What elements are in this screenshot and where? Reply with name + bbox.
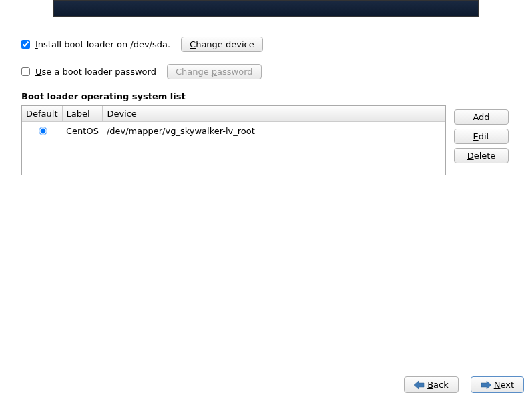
button-text: Change <box>176 67 212 77</box>
delete-button[interactable]: Delete <box>454 148 509 163</box>
arrow-left-icon <box>414 380 425 390</box>
mnemonic-letter: A <box>473 112 479 122</box>
os-list-table[interactable]: Default Label Device CentOS /dev/mapper/… <box>21 105 446 175</box>
add-button[interactable]: Add <box>454 109 509 125</box>
label-cell: CentOS <box>62 122 103 141</box>
device-cell: /dev/mapper/vg_skywalker-lv_root <box>103 122 445 141</box>
button-text: elete <box>474 151 496 161</box>
col-header-device[interactable]: Device <box>103 106 445 122</box>
header-banner <box>53 0 479 17</box>
change-password-button: Change password <box>167 64 262 79</box>
table-header-row: Default Label Device <box>22 106 445 122</box>
default-cell[interactable] <box>22 122 62 141</box>
col-header-default[interactable]: Default <box>22 106 62 122</box>
default-radio[interactable] <box>39 127 47 135</box>
table-row[interactable]: CentOS /dev/mapper/vg_skywalker-lv_root <box>22 122 445 141</box>
mnemonic-letter: B <box>427 380 433 390</box>
button-text: dd <box>479 112 490 122</box>
section-title: Boot loader operating system list <box>21 91 511 101</box>
use-password-checkbox[interactable] <box>21 67 30 76</box>
mnemonic-letter: E <box>473 131 478 141</box>
mnemonic-letter: p <box>212 67 217 77</box>
label-text: nstall boot loader on /dev/sda. <box>38 39 170 49</box>
mnemonic-letter: D <box>467 151 474 161</box>
button-text: ack <box>433 380 449 390</box>
button-text: dit <box>479 131 490 141</box>
use-password-label: Use a boot loader password <box>35 67 156 77</box>
install-boot-loader-checkbox[interactable] <box>21 40 30 49</box>
button-text: ext <box>500 380 514 390</box>
mnemonic-letter: U <box>35 67 42 77</box>
mnemonic-letter: N <box>494 380 501 390</box>
use-password-row: Use a boot loader password Change passwo… <box>21 64 511 79</box>
edit-button[interactable]: Edit <box>454 129 509 144</box>
arrow-right-icon <box>481 380 491 390</box>
install-boot-loader-label: Install boot loader on /dev/sda. <box>35 39 170 49</box>
next-button[interactable]: Next <box>471 376 524 393</box>
mnemonic-letter: C <box>190 39 196 49</box>
button-text: assword <box>217 67 252 77</box>
back-button[interactable]: Back <box>404 376 459 393</box>
label-text: se a boot loader password <box>42 67 156 77</box>
col-header-label[interactable]: Label <box>62 106 103 122</box>
change-device-button[interactable]: Change device <box>181 37 263 52</box>
install-boot-loader-row: Install boot loader on /dev/sda. Change … <box>21 37 511 52</box>
button-text: hange device <box>196 39 254 49</box>
